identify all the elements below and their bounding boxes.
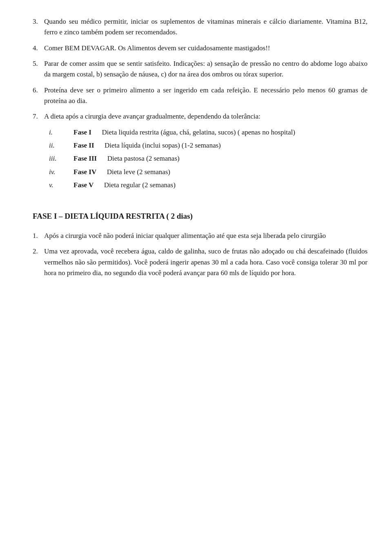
sub-item-label: iv. — [49, 167, 74, 177]
item-text: Uma vez aprovada, você recebera água, ca… — [44, 246, 368, 278]
phase-description: Dieta pastosa (2 semanas) — [107, 155, 180, 162]
sub-item-label: v. — [49, 180, 74, 190]
sub-list-item: ii. Fase II Dieta líquida (inclui sopas)… — [49, 140, 368, 151]
sub-item-text: Fase V Dieta regular (2 semanas) — [74, 180, 368, 190]
item-number: 4. — [33, 43, 44, 54]
sub-item-label: ii. — [49, 140, 74, 151]
sub-item-text: Fase IV Dieta leve (2 semanas) — [74, 167, 368, 177]
phase-name: Fase V — [74, 181, 94, 189]
phase-name: Fase II — [74, 141, 94, 149]
sub-item-label: iii. — [49, 153, 74, 164]
item-number: 1. — [33, 231, 44, 241]
item-number: 3. — [33, 16, 44, 38]
sub-list-item: iii. Fase III Dieta pastosa (2 semanas) — [49, 153, 368, 164]
sub-item-text: Fase III Dieta pastosa (2 semanas) — [74, 153, 368, 164]
phase-name: Fase III — [74, 155, 97, 162]
sub-list-item: iv. Fase IV Dieta leve (2 semanas) — [49, 167, 368, 177]
sub-list: i. Fase I Dieta liquida restrita (água, … — [49, 127, 368, 191]
sub-item-text: Fase I Dieta liquida restrita (água, chá… — [74, 127, 368, 138]
list-item: 4. Comer BEM DEVAGAR. Os Alimentos devem… — [33, 43, 368, 54]
list-item: 5. Parar de comer assim que se sentir sa… — [33, 58, 368, 80]
sub-list-item: v. Fase V Dieta regular (2 semanas) — [49, 180, 368, 190]
item-text: Após a cirurgia você não poderá iniciar … — [44, 231, 368, 241]
list-item: 6. Proteína deve ser o primeiro alimento… — [33, 85, 368, 107]
item-number: 7. — [33, 111, 44, 122]
item-text: Comer BEM DEVAGAR. Os Alimentos devem se… — [44, 43, 368, 54]
phase-name: Fase I — [74, 128, 91, 136]
phase-description: Dieta liquida restrita (água, chá, gelat… — [102, 128, 295, 136]
sub-item-label: i. — [49, 127, 74, 138]
phase-heading: FASE I – DIETA LÍQUIDA RESTRITA ( 2 dias… — [33, 210, 368, 222]
item-number: 2. — [33, 246, 44, 278]
phase-name: Fase IV — [74, 168, 96, 176]
list-item: 3. Quando seu médico permitir, iniciar o… — [33, 16, 368, 38]
sub-item-text: Fase II Dieta líquida (inclui sopas) (1-… — [74, 140, 368, 151]
phase-description: Dieta líquida (inclui sopas) (1-2 semana… — [105, 141, 221, 149]
phase-description: Dieta regular (2 semanas) — [104, 181, 176, 189]
sub-list-item: i. Fase I Dieta liquida restrita (água, … — [49, 127, 368, 138]
list-item: 2. Uma vez aprovada, você recebera água,… — [33, 246, 368, 278]
item-text: Parar de comer assim que se sentir satis… — [44, 58, 368, 80]
item-text: Proteína deve ser o primeiro alimento a … — [44, 85, 368, 107]
item-text: A dieta após a cirurgia deve avançar gra… — [44, 111, 368, 122]
item-number: 6. — [33, 85, 44, 107]
content-wrapper: 3. Quando seu médico permitir, iniciar o… — [33, 16, 368, 278]
phase-items: 1. Após a cirurgia você não poderá inici… — [33, 231, 368, 278]
phase-description: Dieta leve (2 semanas) — [107, 168, 170, 176]
item-text: Quando seu médico permitir, iniciar os s… — [44, 16, 368, 38]
list-item: 1. Após a cirurgia você não poderá inici… — [33, 231, 368, 241]
item-number: 5. — [33, 58, 44, 80]
list-item: 7. A dieta após a cirurgia deve avançar … — [33, 111, 368, 122]
